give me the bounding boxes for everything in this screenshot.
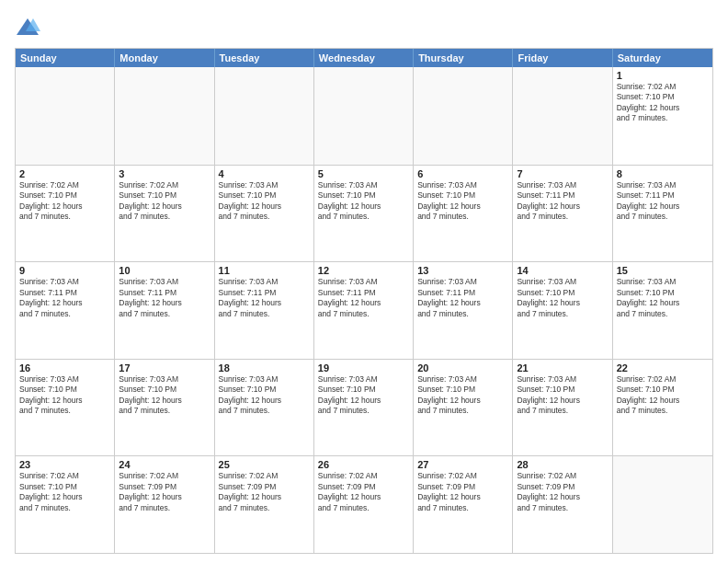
day-number: 4 [219,168,310,179]
day-info: Sunrise: 7:02 AM Sunset: 7:09 PM Dayligh… [119,471,210,513]
calendar-cell: 16Sunrise: 7:03 AM Sunset: 7:10 PM Dayli… [16,360,115,456]
day-info: Sunrise: 7:03 AM Sunset: 7:11 PM Dayligh… [119,277,210,319]
calendar-cell: 15Sunrise: 7:03 AM Sunset: 7:10 PM Dayli… [613,262,712,359]
day-number: 11 [219,265,310,276]
day-number: 26 [318,459,409,470]
day-number: 24 [119,459,210,470]
calendar-row: 1Sunrise: 7:02 AM Sunset: 7:10 PM Daylig… [16,67,712,165]
calendar-cell: 9Sunrise: 7:03 AM Sunset: 7:11 PM Daylig… [16,262,115,359]
calendar-cell: 25Sunrise: 7:02 AM Sunset: 7:09 PM Dayli… [215,456,314,553]
day-number: 15 [617,265,709,276]
calendar-cell: 7Sunrise: 7:03 AM Sunset: 7:11 PM Daylig… [513,166,612,262]
calendar-cell: 24Sunrise: 7:02 AM Sunset: 7:09 PM Dayli… [115,456,214,553]
calendar-cell: 8Sunrise: 7:03 AM Sunset: 7:11 PM Daylig… [613,166,712,262]
day-number: 12 [318,265,409,276]
day-number: 19 [318,362,409,373]
day-info: Sunrise: 7:03 AM Sunset: 7:10 PM Dayligh… [517,374,608,417]
day-number: 17 [119,362,210,373]
calendar-cell [414,67,513,165]
day-number: 22 [617,362,709,373]
header-tuesday: Tuesday [215,49,314,67]
day-info: Sunrise: 7:03 AM Sunset: 7:11 PM Dayligh… [517,180,608,223]
calendar-cell: 20Sunrise: 7:03 AM Sunset: 7:10 PM Dayli… [414,360,513,456]
day-number: 1 [617,70,709,81]
calendar-cell [613,456,712,553]
day-info: Sunrise: 7:02 AM Sunset: 7:09 PM Dayligh… [219,471,310,513]
day-number: 7 [517,168,608,179]
day-info: Sunrise: 7:03 AM Sunset: 7:10 PM Dayligh… [517,277,608,319]
day-info: Sunrise: 7:02 AM Sunset: 7:10 PM Dayligh… [617,82,709,124]
calendar-cell: 27Sunrise: 7:02 AM Sunset: 7:09 PM Dayli… [414,456,513,553]
header-monday: Monday [115,49,214,67]
calendar-cell: 26Sunrise: 7:02 AM Sunset: 7:09 PM Dayli… [314,456,414,553]
calendar-cell: 14Sunrise: 7:03 AM Sunset: 7:10 PM Dayli… [513,262,612,359]
day-number: 25 [219,459,310,470]
calendar-cell [513,67,612,165]
calendar-cell: 3Sunrise: 7:02 AM Sunset: 7:10 PM Daylig… [115,166,214,262]
calendar-cell: 4Sunrise: 7:03 AM Sunset: 7:10 PM Daylig… [215,166,314,262]
day-number: 23 [19,459,110,470]
day-number: 20 [417,362,508,373]
page: SundayMondayTuesdayWednesdayThursdayFrid… [0,0,728,563]
day-info: Sunrise: 7:03 AM Sunset: 7:11 PM Dayligh… [318,277,409,319]
calendar-row: 9Sunrise: 7:03 AM Sunset: 7:11 PM Daylig… [16,261,712,359]
calendar: SundayMondayTuesdayWednesdayThursdayFrid… [15,48,713,554]
calendar-cell: 28Sunrise: 7:02 AM Sunset: 7:09 PM Dayli… [513,456,612,553]
calendar-cell: 21Sunrise: 7:03 AM Sunset: 7:10 PM Dayli… [513,360,612,456]
calendar-cell: 10Sunrise: 7:03 AM Sunset: 7:11 PM Dayli… [115,262,214,359]
calendar-cell: 2Sunrise: 7:02 AM Sunset: 7:10 PM Daylig… [16,166,115,262]
day-number: 21 [517,362,608,373]
day-number: 13 [417,265,508,276]
calendar-row: 23Sunrise: 7:02 AM Sunset: 7:10 PM Dayli… [16,455,712,553]
day-info: Sunrise: 7:02 AM Sunset: 7:10 PM Dayligh… [19,471,110,513]
calendar-cell: 12Sunrise: 7:03 AM Sunset: 7:11 PM Dayli… [314,262,414,359]
calendar-cell: 5Sunrise: 7:03 AM Sunset: 7:10 PM Daylig… [314,166,414,262]
calendar-cell: 22Sunrise: 7:02 AM Sunset: 7:10 PM Dayli… [613,360,712,456]
day-info: Sunrise: 7:03 AM Sunset: 7:10 PM Dayligh… [318,374,409,417]
day-number: 16 [19,362,110,373]
calendar-row: 16Sunrise: 7:03 AM Sunset: 7:10 PM Dayli… [16,359,712,456]
day-number: 3 [119,168,210,179]
calendar-cell: 19Sunrise: 7:03 AM Sunset: 7:10 PM Dayli… [314,360,414,456]
day-info: Sunrise: 7:03 AM Sunset: 7:11 PM Dayligh… [617,180,709,223]
day-info: Sunrise: 7:02 AM Sunset: 7:10 PM Dayligh… [617,374,709,417]
day-number: 5 [318,168,409,179]
day-info: Sunrise: 7:03 AM Sunset: 7:11 PM Dayligh… [219,277,310,319]
header [15,15,713,40]
day-info: Sunrise: 7:03 AM Sunset: 7:10 PM Dayligh… [219,374,310,417]
day-info: Sunrise: 7:03 AM Sunset: 7:10 PM Dayligh… [119,374,210,417]
day-info: Sunrise: 7:02 AM Sunset: 7:09 PM Dayligh… [417,471,508,513]
calendar-cell: 11Sunrise: 7:03 AM Sunset: 7:11 PM Dayli… [215,262,314,359]
day-info: Sunrise: 7:03 AM Sunset: 7:11 PM Dayligh… [19,277,110,319]
day-info: Sunrise: 7:03 AM Sunset: 7:10 PM Dayligh… [617,277,709,319]
day-info: Sunrise: 7:03 AM Sunset: 7:10 PM Dayligh… [219,180,310,223]
header-wednesday: Wednesday [314,49,414,67]
calendar-row: 2Sunrise: 7:02 AM Sunset: 7:10 PM Daylig… [16,165,712,262]
day-info: Sunrise: 7:03 AM Sunset: 7:10 PM Dayligh… [417,374,508,417]
day-info: Sunrise: 7:02 AM Sunset: 7:09 PM Dayligh… [517,471,608,513]
logo [15,15,44,40]
calendar-cell: 17Sunrise: 7:03 AM Sunset: 7:10 PM Dayli… [115,360,214,456]
calendar-cell [115,67,214,165]
day-number: 14 [517,265,608,276]
day-info: Sunrise: 7:03 AM Sunset: 7:10 PM Dayligh… [318,180,409,223]
day-number: 9 [19,265,110,276]
day-info: Sunrise: 7:02 AM Sunset: 7:10 PM Dayligh… [19,180,110,223]
header-saturday: Saturday [613,49,712,67]
calendar-cell [215,67,314,165]
day-info: Sunrise: 7:03 AM Sunset: 7:10 PM Dayligh… [417,180,508,223]
calendar-cell [16,67,115,165]
calendar-body: 1Sunrise: 7:02 AM Sunset: 7:10 PM Daylig… [16,67,712,553]
calendar-cell: 6Sunrise: 7:03 AM Sunset: 7:10 PM Daylig… [414,166,513,262]
header-sunday: Sunday [16,49,115,67]
day-number: 6 [417,168,508,179]
day-info: Sunrise: 7:02 AM Sunset: 7:09 PM Dayligh… [318,471,409,513]
calendar-cell: 13Sunrise: 7:03 AM Sunset: 7:11 PM Dayli… [414,262,513,359]
day-number: 28 [517,459,608,470]
header-friday: Friday [513,49,612,67]
calendar-cell: 23Sunrise: 7:02 AM Sunset: 7:10 PM Dayli… [16,456,115,553]
logo-icon [15,15,40,40]
day-number: 10 [119,265,210,276]
calendar-cell [314,67,414,165]
day-info: Sunrise: 7:03 AM Sunset: 7:10 PM Dayligh… [19,374,110,417]
